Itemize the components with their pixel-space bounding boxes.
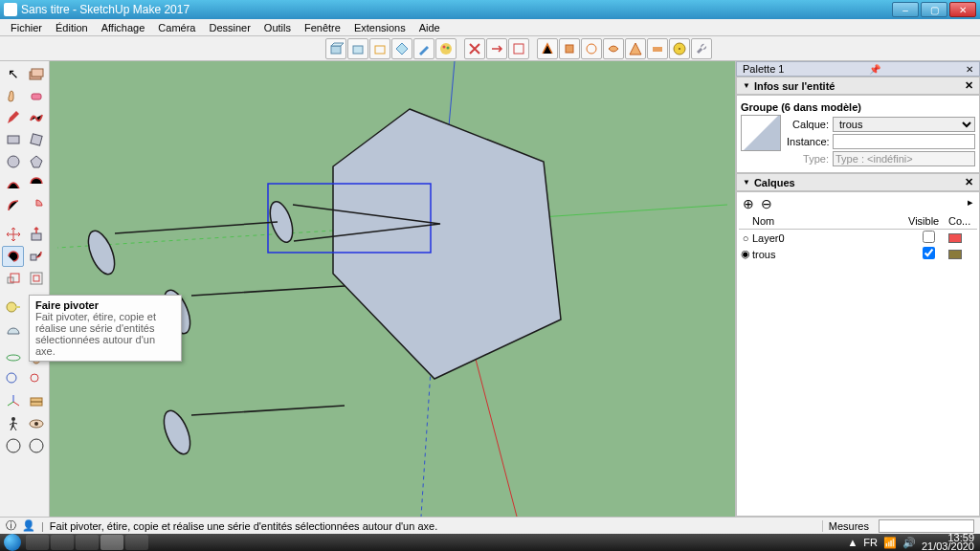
layers-icon[interactable] <box>25 63 47 84</box>
menu-caméra[interactable]: Caméra <box>151 22 202 33</box>
cube-icon[interactable] <box>325 38 346 59</box>
pencil-icon[interactable] <box>2 107 24 128</box>
orbit-icon[interactable] <box>2 347 24 368</box>
svg-rect-28 <box>15 306 20 308</box>
cube2-icon[interactable] <box>347 38 368 59</box>
task-firefox[interactable] <box>76 535 99 550</box>
info-icon[interactable]: i <box>2 435 24 456</box>
layer-select[interactable]: trous <box>833 117 975 132</box>
followme-icon[interactable] <box>25 246 47 267</box>
pie-icon[interactable] <box>25 195 47 216</box>
protractor-icon[interactable] <box>2 319 24 340</box>
status-icon[interactable]: ⓘ <box>6 518 16 533</box>
cube4-icon[interactable] <box>391 38 412 59</box>
menu-fenêtre[interactable]: Fenêtre <box>298 22 347 33</box>
svg-rect-25 <box>31 273 42 284</box>
layer-color-swatch[interactable] <box>948 250 962 259</box>
minimize-button[interactable]: – <box>892 2 919 17</box>
rotrect-icon[interactable] <box>25 129 47 150</box>
svg-marker-3 <box>396 43 408 55</box>
zoom-icon[interactable] <box>2 369 24 390</box>
red-tool2-icon[interactable] <box>486 38 507 59</box>
layer-menu-icon[interactable]: ▸ <box>968 196 973 209</box>
maximize-button[interactable]: ▢ <box>921 2 947 17</box>
polygon-icon[interactable] <box>25 151 47 172</box>
measures-input[interactable] <box>879 519 974 533</box>
brush-icon[interactable] <box>413 38 434 59</box>
layer-row[interactable]: ◉trous <box>739 246 977 262</box>
layer-visible-checkbox[interactable] <box>923 231 935 243</box>
cube3-icon[interactable] <box>369 38 390 59</box>
menu-aide[interactable]: Aide <box>412 22 447 33</box>
look-icon[interactable] <box>25 413 47 434</box>
task-ie[interactable] <box>26 535 49 550</box>
layer-row[interactable]: ○Layer0 <box>739 230 977 246</box>
pushpull-icon[interactable] <box>25 224 47 245</box>
axes-icon[interactable] <box>2 391 24 412</box>
wrench-icon[interactable] <box>691 38 712 59</box>
zoomext-icon[interactable] <box>25 369 47 390</box>
taskbar[interactable]: ▲ FR 📶 🔊 13:59 21/03/2020 <box>0 534 980 551</box>
rotate-icon[interactable] <box>2 246 24 267</box>
lang-indicator[interactable]: FR <box>863 537 878 548</box>
select-icon[interactable]: ↖ <box>2 63 24 84</box>
red-tool1-icon[interactable] <box>464 38 485 59</box>
task-other[interactable] <box>125 535 148 550</box>
orange4-icon[interactable] <box>603 38 624 59</box>
freehand-icon[interactable] <box>25 107 47 128</box>
hand-icon[interactable] <box>2 85 24 106</box>
instance-input[interactable] <box>833 134 975 149</box>
rect-icon[interactable] <box>2 129 24 150</box>
menu-extensions[interactable]: Extensions <box>347 22 412 33</box>
close-button[interactable]: ✕ <box>949 2 976 17</box>
arc3-icon[interactable] <box>2 195 24 216</box>
move-icon[interactable] <box>2 224 24 245</box>
menu-dessiner[interactable]: Dessiner <box>202 22 256 33</box>
svg-marker-49 <box>333 109 561 379</box>
svg-point-53 <box>83 228 120 278</box>
orange1-icon[interactable] <box>537 38 558 59</box>
scale-icon[interactable] <box>2 268 24 289</box>
remove-layer-icon[interactable]: ⊖ <box>761 196 772 211</box>
offset-icon[interactable] <box>25 268 47 289</box>
tray-flag-icon[interactable]: ▲ <box>847 537 858 548</box>
palette-icon[interactable] <box>435 38 457 59</box>
layers-section[interactable]: Calques✕ <box>736 173 980 191</box>
menu-édition[interactable]: Édition <box>49 22 95 33</box>
section-icon[interactable] <box>25 391 47 412</box>
orange2-icon[interactable] <box>559 38 580 59</box>
orange5-icon[interactable] <box>625 38 646 59</box>
tray-vol-icon[interactable]: 🔊 <box>902 537 916 549</box>
orange6-icon[interactable] <box>647 38 668 59</box>
orange3-icon[interactable] <box>581 38 602 59</box>
start-button[interactable] <box>4 534 21 551</box>
task-sketchup[interactable] <box>100 535 123 550</box>
tape-icon[interactable] <box>2 297 24 318</box>
svg-line-56 <box>191 406 345 415</box>
eraser-icon[interactable] <box>25 85 47 106</box>
circle-icon[interactable] <box>2 151 24 172</box>
arc-icon[interactable] <box>2 173 24 194</box>
clock-date[interactable]: 21/03/2020 <box>922 542 974 551</box>
add-layer-icon[interactable]: ⊕ <box>743 196 754 211</box>
menu-affichage[interactable]: Affichage <box>95 22 152 33</box>
walk-icon[interactable] <box>2 413 24 434</box>
menu-fichier[interactable]: Fichier <box>4 22 49 33</box>
entity-section[interactable]: Infos sur l'entité✕ <box>736 77 980 95</box>
arc2-icon[interactable] <box>25 173 47 194</box>
help-icon[interactable]: ? <box>25 435 47 456</box>
palette-header[interactable]: Palette 1📌✕ <box>736 61 980 77</box>
status-icon2[interactable]: 👤 <box>22 519 35 532</box>
close-panel-icon[interactable]: ✕ <box>966 64 973 75</box>
viewport[interactable] <box>50 61 735 517</box>
red-tool3-icon[interactable] <box>508 38 529 59</box>
layer-visible-checkbox[interactable] <box>923 247 935 259</box>
pin-icon[interactable]: 📌 <box>869 64 880 75</box>
tray-net-icon[interactable]: 📶 <box>883 537 897 549</box>
target-icon[interactable] <box>669 38 690 59</box>
svg-point-13 <box>679 48 680 50</box>
svg-point-5 <box>443 45 446 48</box>
task-explorer[interactable] <box>51 535 74 550</box>
menu-outils[interactable]: Outils <box>257 22 298 33</box>
layer-color-swatch[interactable] <box>948 233 962 243</box>
